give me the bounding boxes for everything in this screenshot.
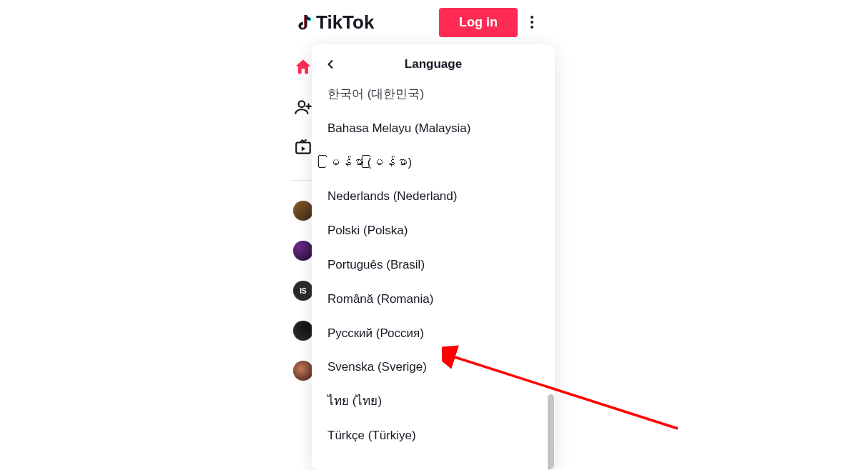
language-option[interactable]: Polski (Polska) bbox=[327, 214, 539, 248]
language-list[interactable]: 한국어 (대한민국) Bahasa Melayu (Malaysia) မြန်… bbox=[312, 84, 555, 470]
login-button[interactable]: Log in bbox=[439, 8, 518, 37]
header-actions: Log in bbox=[439, 8, 538, 37]
tiktok-logo-icon bbox=[292, 11, 313, 33]
dot-icon bbox=[531, 26, 533, 29]
avatar[interactable] bbox=[293, 361, 313, 381]
language-dropdown: Language 한국어 (대한민국) Bahasa Melayu (Malay… bbox=[312, 44, 555, 470]
avatar[interactable] bbox=[293, 201, 313, 221]
language-option[interactable]: Svenska (Sverige) bbox=[327, 350, 539, 384]
dropdown-title: Language bbox=[405, 57, 462, 71]
language-option[interactable]: Română (Romania) bbox=[327, 282, 539, 316]
home-icon[interactable] bbox=[293, 57, 313, 77]
more-menu-button[interactable] bbox=[526, 11, 538, 33]
dropdown-header: Language bbox=[312, 44, 555, 84]
language-option[interactable]: မြန်မာ (မြန်မာ) bbox=[327, 146, 539, 180]
avatar[interactable]: IS bbox=[293, 281, 313, 301]
dot-icon bbox=[531, 21, 533, 24]
following-icon[interactable] bbox=[293, 97, 313, 117]
language-option[interactable]: Русский (Россия) bbox=[327, 316, 539, 351]
live-icon[interactable] bbox=[293, 137, 313, 157]
app-header: TikTok Log in bbox=[286, 0, 543, 44]
language-option[interactable]: ไทย (ไทย) bbox=[327, 384, 539, 419]
svg-point-0 bbox=[299, 101, 305, 107]
language-option[interactable]: Türkçe (Türkiye) bbox=[327, 419, 539, 444]
dot-icon bbox=[531, 16, 533, 19]
tiktok-logo[interactable]: TikTok bbox=[292, 11, 374, 34]
avatar[interactable] bbox=[293, 321, 313, 341]
language-option[interactable]: Nederlands (Nederland) bbox=[327, 179, 539, 214]
back-button[interactable] bbox=[322, 56, 339, 73]
language-option[interactable]: Bahasa Melayu (Malaysia) bbox=[327, 111, 539, 146]
tiktok-logo-text: TikTok bbox=[316, 11, 374, 34]
language-option[interactable]: 한국어 (대한민국) bbox=[327, 84, 539, 111]
language-option[interactable]: Português (Brasil) bbox=[327, 248, 539, 282]
avatar[interactable] bbox=[293, 241, 313, 261]
scrollbar-thumb[interactable] bbox=[548, 394, 554, 470]
